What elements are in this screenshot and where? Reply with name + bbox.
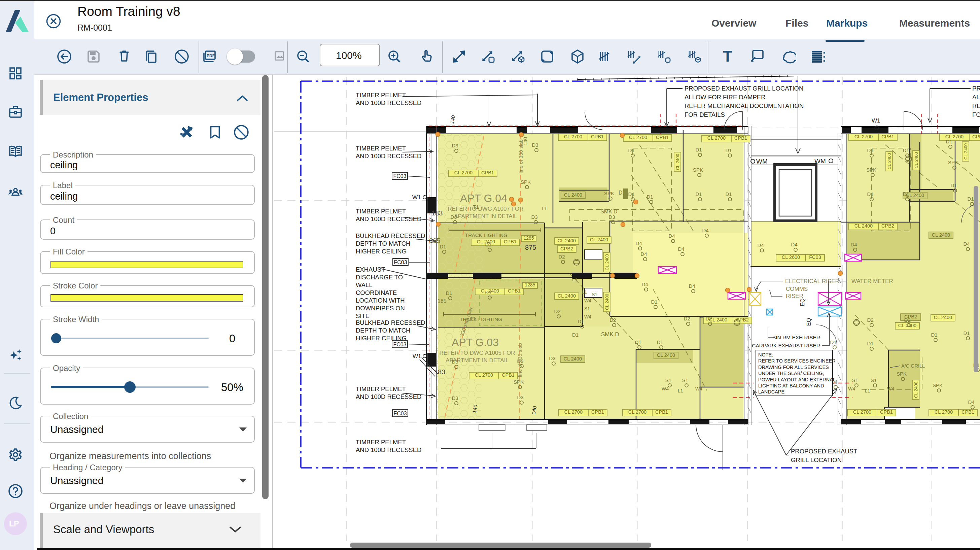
svg-text:CL 2400: CL 2400: [914, 152, 919, 169]
svg-text:D3: D3: [452, 359, 458, 365]
svg-text:CL 2400: CL 2400: [657, 352, 675, 358]
svg-text:W4: W4: [662, 386, 669, 391]
svg-text:EXHAUST: EXHAUST: [356, 266, 385, 273]
svg-text:L1: L1: [678, 388, 683, 394]
svg-text:PROPOSED EXHAUST GRILL LOCATIO: PROPOSED EXHAUST GRILL LOCATION: [684, 85, 803, 92]
svg-text:D1: D1: [485, 290, 492, 295]
svg-text:CPB1: CPB1: [508, 288, 520, 293]
svg-text:BULKHEAD RECESSED: BULKHEAD RECESSED: [356, 319, 425, 326]
svg-text:CL 2400: CL 2400: [913, 382, 918, 398]
svg-text:CL 2700: CL 2700: [853, 409, 871, 414]
svg-text:SPK: SPK: [604, 191, 614, 196]
svg-text:CL 2600: CL 2600: [782, 255, 800, 260]
svg-text:CPB1: CPB1: [591, 409, 604, 414]
svg-text:D3: D3: [608, 214, 615, 220]
svg-text:GRILL LOCATION: GRILL LOCATION: [791, 456, 842, 464]
svg-text:D4: D4: [678, 246, 684, 252]
svg-text:UNDER THE SLAB/ CEILING,: UNDER THE SLAB/ CEILING,: [758, 371, 824, 376]
svg-text:CL 2700: CL 2700: [854, 134, 873, 139]
svg-text:185: 185: [438, 298, 447, 304]
svg-text:W4: W4: [887, 386, 894, 391]
svg-text:CL 2400: CL 2400: [558, 293, 576, 298]
svg-text:COORDINATE: COORDINATE: [356, 289, 397, 296]
svg-text:D1: D1: [657, 339, 663, 345]
svg-text:D1: D1: [485, 242, 492, 247]
svg-text:POWER LAYOUT AND EXTERNAL: POWER LAYOUT AND EXTERNAL: [758, 377, 835, 383]
svg-text:D1: D1: [903, 191, 909, 197]
svg-text:D4: D4: [641, 281, 648, 287]
svg-text:S1: S1: [682, 377, 688, 383]
svg-text:D4: D4: [968, 399, 974, 405]
svg-text:DRAWING FOR ALL SERVICES: DRAWING FOR ALL SERVICES: [758, 365, 829, 370]
svg-text:CPB1: CPB1: [880, 409, 893, 414]
svg-text:CL 2700: CL 2700: [475, 372, 493, 378]
svg-text:CL 2400: CL 2400: [564, 356, 582, 362]
svg-text:TIMBER PELMET: TIMBER PELMET: [356, 438, 406, 446]
svg-text:D1: D1: [725, 191, 732, 197]
svg-text:REFER TO DWG A1007 FOR: REFER TO DWG A1007 FOR: [448, 206, 523, 212]
svg-text:D3: D3: [452, 143, 458, 148]
svg-text:D2: D2: [554, 308, 560, 314]
svg-text:D1: D1: [439, 244, 446, 249]
svg-text:CL 2700: CL 2700: [629, 135, 647, 140]
svg-text:D4: D4: [757, 242, 764, 248]
svg-text:140: 140: [522, 137, 528, 145]
svg-text:D4: D4: [850, 242, 857, 247]
svg-text:D3: D3: [517, 394, 523, 400]
svg-text:D1: D1: [646, 194, 653, 199]
svg-text:CL 2400: CL 2400: [887, 153, 892, 170]
svg-text:LOCATION WITH: LOCATION WITH: [356, 297, 405, 304]
svg-text:L1: L1: [865, 388, 870, 394]
svg-text:CPB1: CPB1: [972, 134, 980, 139]
svg-text:WM: WM: [756, 158, 768, 165]
svg-text:1285: 1285: [525, 282, 535, 287]
svg-text:CL 2400: CL 2400: [605, 294, 609, 310]
svg-text:D3: D3: [531, 214, 538, 220]
svg-text:SPK: SPK: [520, 179, 531, 185]
svg-text:PDF: PDF: [207, 54, 215, 58]
svg-text:TIMBER PELMET: TIMBER PELMET: [356, 386, 406, 392]
svg-text:D1: D1: [628, 191, 635, 197]
svg-text:DEPTH TO MATCH: DEPTH TO MATCH: [356, 240, 410, 247]
svg-text:CL 2400: CL 2400: [605, 254, 609, 271]
svg-text:CARPARK EXHAUST RISER: CARPARK EXHAUST RISER: [752, 343, 820, 348]
svg-text:D1: D1: [578, 319, 584, 324]
svg-text:WATER METER: WATER METER: [851, 278, 893, 284]
svg-text:D1: D1: [867, 191, 873, 197]
svg-text:CPB2: CPB2: [881, 223, 894, 228]
svg-text:BULKHEAD RECESSED: BULKHEAD RECESSED: [356, 232, 425, 239]
svg-text:CL 2700: CL 2700: [628, 409, 646, 414]
svg-text:FC03: FC03: [393, 342, 406, 348]
svg-text:S1: S1: [870, 377, 877, 383]
svg-text:CPB1: CPB1: [481, 170, 494, 175]
svg-text:CL 2700: CL 2700: [707, 136, 725, 141]
svg-text:REFER TO SERVICES ENGINEER: REFER TO SERVICES ENGINEER: [758, 358, 835, 363]
svg-text:SPK: SPK: [514, 379, 523, 385]
svg-text:CPB1: CPB1: [961, 409, 974, 414]
svg-text:PR: PR: [972, 85, 980, 92]
svg-text:875: 875: [525, 244, 536, 251]
svg-text:FC03: FC03: [394, 260, 407, 265]
svg-text:W4: W4: [584, 314, 591, 319]
svg-text:D1: D1: [963, 330, 970, 336]
svg-text:D4: D4: [689, 283, 695, 289]
svg-text:L1: L1: [582, 290, 587, 295]
svg-text:FC03: FC03: [393, 411, 407, 416]
svg-text:SMK.D: SMK.D: [601, 331, 619, 338]
svg-text:D1: D1: [445, 290, 452, 296]
svg-text:TIMBER PELMET: TIMBER PELMET: [356, 208, 406, 215]
svg-text:T1: T1: [470, 316, 476, 322]
svg-text:D2: D2: [904, 317, 910, 323]
svg-text:EQ: EQ: [806, 318, 812, 326]
svg-text:FOR DETAILS: FOR DETAILS: [684, 111, 725, 118]
svg-text:SPK: SPK: [693, 167, 703, 173]
svg-text:SPK: SPK: [932, 383, 943, 388]
svg-text:CL 2700: CL 2700: [454, 170, 473, 175]
svg-text:D1: D1: [725, 147, 732, 153]
svg-text:TIMBER PELMET: TIMBER PELMET: [356, 92, 406, 99]
svg-text:AND 100D RECESSED: AND 100D RECESSED: [356, 215, 422, 223]
svg-text:RE: RE: [972, 102, 980, 109]
svg-text:COMMS: COMMS: [786, 286, 808, 292]
svg-text:SPK: SPK: [948, 159, 958, 165]
svg-text:D1: D1: [635, 339, 641, 345]
